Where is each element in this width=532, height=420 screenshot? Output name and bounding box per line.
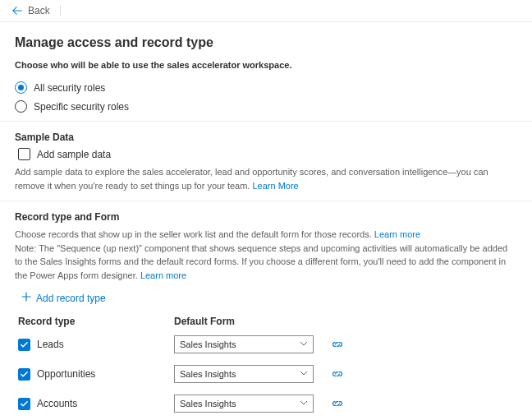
select-value: Sales Insights	[180, 369, 236, 379]
learn-more-link[interactable]: Learn more	[140, 270, 186, 280]
record-type-table: Record type Default Form Leads Sales Ins…	[18, 316, 517, 420]
table-row: Accounts Sales Insights	[18, 395, 517, 413]
sample-data-title: Sample Data	[15, 132, 517, 143]
divider	[0, 121, 532, 122]
radio-icon	[15, 100, 27, 113]
record-type-label: Accounts	[37, 398, 77, 409]
select-value: Sales Insights	[180, 399, 236, 408]
checkbox-icon[interactable]	[18, 398, 30, 410]
record-form-help-1: Choose records that show up in the selle…	[15, 228, 517, 242]
topbar: Back	[0, 0, 532, 22]
link-icon[interactable]	[332, 399, 343, 408]
radio-label: Specific security roles	[34, 101, 129, 113]
add-record-type-button[interactable]: Add record type	[21, 292, 517, 304]
default-form-select[interactable]: Sales Insights	[174, 365, 314, 383]
record-type-cell: Accounts	[18, 398, 166, 410]
chevron-down-icon	[300, 399, 308, 408]
topbar-divider	[60, 5, 61, 16]
link-icon[interactable]	[332, 370, 343, 378]
checkbox-icon[interactable]	[18, 339, 30, 351]
divider	[0, 201, 532, 201]
checkbox-icon[interactable]	[18, 368, 30, 381]
table-header: Record type Default Form	[18, 316, 517, 327]
default-form-select[interactable]: Sales Insights	[174, 335, 314, 353]
plus-icon	[21, 292, 31, 304]
record-type-cell: Opportunities	[18, 368, 166, 381]
checkbox-icon	[18, 148, 30, 160]
table-row: Leads Sales Insights	[18, 335, 517, 353]
checkbox-label: Add sample data	[37, 149, 111, 160]
record-type-label: Leads	[37, 339, 64, 350]
link-icon[interactable]	[332, 340, 343, 348]
learn-more-link[interactable]: Learn more	[374, 229, 420, 239]
role-option-specific[interactable]: Specific security roles	[15, 100, 517, 113]
add-record-type-label: Add record type	[36, 293, 106, 304]
content: Manage access and record type Choose who…	[0, 22, 532, 420]
record-type-cell: Leads	[18, 339, 166, 351]
page-subtitle: Choose who will be able to use the sales…	[15, 60, 517, 70]
learn-more-link[interactable]: Learn More	[252, 181, 298, 191]
back-label[interactable]: Back	[28, 5, 50, 16]
record-form-help-2: Note: The "Sequence (up next)" component…	[15, 242, 517, 283]
col-default-form: Default Form	[174, 316, 338, 327]
page-title: Manage access and record type	[15, 35, 517, 50]
role-option-all[interactable]: All security roles	[15, 81, 517, 94]
back-arrow-icon[interactable]	[11, 5, 23, 16]
record-form-title: Record type and Form	[15, 211, 517, 223]
radio-icon	[15, 81, 27, 94]
select-value: Sales Insights	[180, 339, 236, 349]
add-sample-data-row[interactable]: Add sample data	[18, 148, 517, 160]
sample-data-help: Add sample data to explore the sales acc…	[15, 165, 517, 192]
default-form-select[interactable]: Sales Insights	[174, 395, 314, 413]
col-record-type: Record type	[18, 316, 166, 327]
chevron-down-icon	[300, 339, 308, 349]
radio-label: All security roles	[34, 82, 105, 94]
record-type-label: Opportunities	[37, 368, 95, 380]
table-row: Opportunities Sales Insights	[18, 365, 517, 383]
chevron-down-icon	[300, 369, 308, 379]
